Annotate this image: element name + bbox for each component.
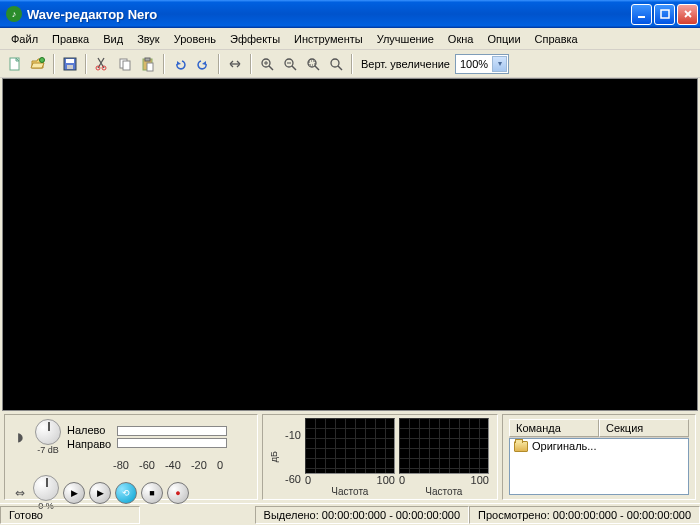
waveform-display[interactable] [2,78,698,411]
cut-button[interactable] [91,53,113,75]
vu-left-label: Налево [67,424,111,436]
vu-meter-left [117,426,227,436]
statusbar: Готово Выделено: 00:00:00:000 - 00:00:00… [0,503,700,525]
menu-options[interactable]: Опции [480,30,527,48]
menubar: Файл Правка Вид Звук Уровень Эффекты Инс… [0,28,700,50]
volume-value: -7 dB [37,445,59,455]
stop-button[interactable]: ■ [141,482,163,504]
separator [218,54,220,74]
menu-edit[interactable]: Правка [45,30,96,48]
list-body[interactable]: Оригиналь... [509,438,689,495]
svg-rect-13 [147,63,153,71]
header-section[interactable]: Секция [599,419,689,437]
menu-sound[interactable]: Звук [130,30,167,48]
zoom-in-button[interactable] [256,53,278,75]
zoom-label: Верт. увеличение [361,58,450,70]
status-ready: Готово [0,506,140,524]
spectrum-x-axis: 0 100 [305,474,395,486]
list-item[interactable]: Оригиналь... [510,439,688,453]
main-area: ◗ -7 dB Налево Направо -80 -60 -40 -2 [0,78,700,503]
menu-enhance[interactable]: Улучшение [370,30,441,48]
bottom-panels: ◗ -7 dB Налево Направо -80 -60 -40 -2 [0,411,700,503]
header-command[interactable]: Команда [509,419,599,437]
save-button[interactable] [59,53,81,75]
spectrum-x-axis: 0 100 [399,474,489,486]
zoom-out-button[interactable] [279,53,301,75]
separator [351,54,353,74]
menu-windows[interactable]: Окна [441,30,481,48]
svg-rect-24 [309,61,315,65]
status-selection: Выделено: 00:00:00:000 - 00:00:00:000 [255,506,470,524]
zoom-sel-button[interactable] [302,53,324,75]
svg-rect-12 [145,58,150,61]
vu-scale: -80 -60 -40 -20 0 [113,459,223,471]
zoom-value: 100% [460,58,488,70]
open-button[interactable] [27,53,49,75]
vu-right-label: Направо [67,438,111,450]
zoom-select[interactable]: 100% ▾ [455,54,509,74]
redo-button[interactable] [192,53,214,75]
zoom-fit-button[interactable] [224,53,246,75]
spectrum-right [399,418,489,474]
separator [250,54,252,74]
list-header: Команда Секция [509,419,689,438]
svg-line-16 [269,66,273,70]
levels-panel: ◗ -7 dB Налево Направо -80 -60 -40 -2 [4,414,258,500]
svg-point-25 [331,59,339,67]
vu-meter-right [117,438,227,448]
maximize-button[interactable] [654,4,675,25]
undo-button[interactable] [169,53,191,75]
folder-icon [514,441,528,452]
freq-label-left: Частота [331,486,368,497]
svg-rect-10 [123,61,130,70]
freq-label-right: Частота [425,486,462,497]
balance-icon: ⇔ [11,486,29,500]
close-button[interactable] [677,4,698,25]
separator [53,54,55,74]
menu-help[interactable]: Справка [528,30,585,48]
copy-button[interactable] [114,53,136,75]
separator [163,54,165,74]
paste-button[interactable] [137,53,159,75]
menu-effects[interactable]: Эффекты [223,30,287,48]
balance-knob[interactable] [33,475,59,501]
svg-line-26 [338,66,342,70]
titlebar: ♪ Wave-редактор Nero [0,0,700,28]
separator [85,54,87,74]
play-button[interactable]: ▶ [63,482,85,504]
svg-line-23 [315,66,319,70]
history-panel: Команда Секция Оригиналь... [502,414,696,500]
window-title: Wave-редактор Nero [27,7,631,22]
record-button[interactable]: ● [167,482,189,504]
svg-rect-5 [66,59,74,63]
window-buttons [631,4,698,25]
menu-tools[interactable]: Инструменты [287,30,370,48]
spectrum-panel: дБ -10 -60 0 100 Частота 0 100 Частота [262,414,498,500]
toolbar: Верт. увеличение 100% ▾ [0,50,700,78]
svg-point-3 [40,57,45,62]
menu-file[interactable]: Файл [4,30,45,48]
db-unit-label: дБ [269,451,279,462]
volume-knob[interactable] [35,419,61,445]
svg-rect-6 [67,65,73,69]
chevron-down-icon: ▾ [492,56,507,72]
new-button[interactable] [4,53,26,75]
minimize-button[interactable] [631,4,652,25]
play-sel-button[interactable]: ▶ [89,482,111,504]
list-item-label: Оригиналь... [532,440,597,452]
speaker-icon: ◗ [11,430,29,444]
svg-rect-0 [638,16,645,18]
app-icon: ♪ [6,6,22,22]
spectrum-y-axis: -10 -60 [285,429,301,485]
zoom-full-button[interactable] [325,53,347,75]
menu-level[interactable]: Уровень [167,30,223,48]
spectrum-left [305,418,395,474]
menu-view[interactable]: Вид [96,30,130,48]
svg-rect-1 [661,10,669,18]
svg-line-20 [292,66,296,70]
loop-button[interactable]: ⟲ [115,482,137,504]
status-viewed: Просмотрено: 00:00:00:000 - 00:00:00:000 [469,506,700,524]
